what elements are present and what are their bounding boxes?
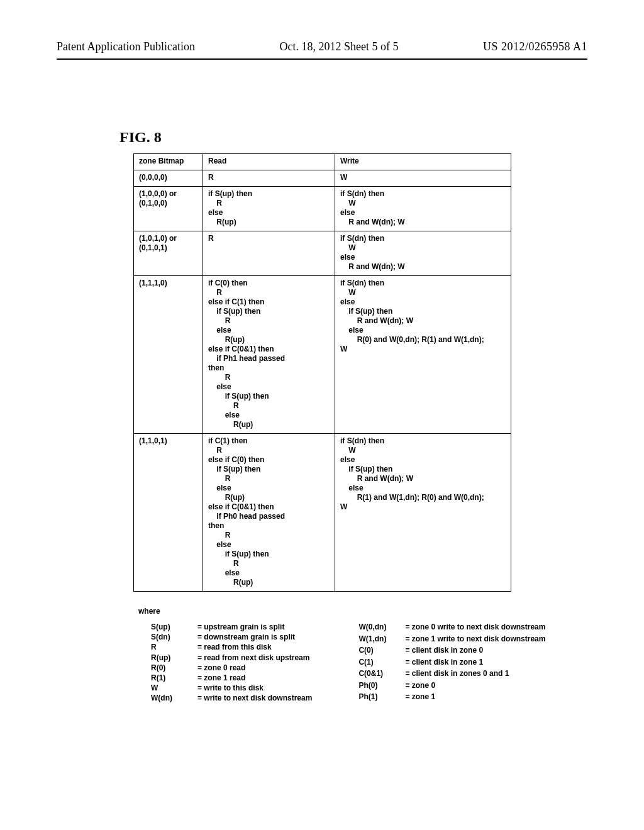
- cell-write: if S(dn) then W else if S(up) then R and…: [335, 434, 511, 592]
- legend-def: = client disk in zone 1: [405, 657, 554, 669]
- legend-row: Ph(0)= zone 0: [358, 680, 554, 692]
- legend-row: C(0)= client disk in zone 0: [358, 645, 554, 657]
- legend-sym: Ph(0): [358, 680, 405, 692]
- cell-write: W: [335, 170, 511, 187]
- legend-sym: W: [151, 683, 197, 693]
- header-left: Patent Application Publication: [57, 40, 195, 53]
- legend-row: R= read from this disk: [151, 642, 321, 652]
- legend-sym: R(1): [151, 673, 197, 683]
- cell-read: if C(0) then R else if C(1) then if S(up…: [203, 276, 335, 434]
- cell-write: if S(dn) then W else R and W(dn); W: [335, 187, 511, 231]
- table-header-row: zone Bitmap Read Write: [134, 154, 511, 170]
- legend-def: = zone 1 read: [197, 673, 321, 683]
- legend-row: W(dn)= write to next disk downstream: [151, 693, 321, 703]
- figure-label: FIG. 8: [119, 129, 587, 146]
- table-row: (1,0,1,0) or (0,1,0,1) R if S(dn) then W…: [134, 231, 511, 276]
- legend-row: W(1,dn)= zone 1 write to next disk downs…: [358, 634, 554, 646]
- cell-write: if S(dn) then W else R and W(dn); W: [335, 231, 511, 276]
- cell-write: if S(dn) then W else if S(up) then R and…: [335, 276, 511, 434]
- legend-sym: W(0,dn): [358, 622, 405, 634]
- header-right: US 2012/0265958 A1: [483, 40, 587, 53]
- legend-row: R(1)= zone 1 read: [151, 673, 321, 683]
- legend-row: C(0&1)= client disk in zones 0 and 1: [358, 668, 554, 680]
- legend-sym: W(dn): [151, 693, 197, 703]
- th-bitmap: zone Bitmap: [134, 154, 203, 170]
- header-rule: [57, 58, 587, 60]
- legend-sym: C(0): [358, 645, 405, 657]
- legend-sym: Ph(1): [358, 692, 405, 704]
- legend-def: = zone 1 write to next disk downstream: [405, 634, 554, 646]
- legend-row: Ph(1)= zone 1: [358, 692, 554, 704]
- legend-row: R(up)= read from next disk upstream: [151, 653, 321, 663]
- table-row: (1,1,0,1) if C(1) then R else if C(0) th…: [134, 434, 511, 592]
- legend-def: = write to this disk: [197, 683, 321, 693]
- legend-def: = write to next disk downstream: [197, 693, 321, 703]
- legend-left: S(up)= upstream grain is split S(dn)= do…: [151, 622, 321, 704]
- legend-sym: S(up): [151, 622, 197, 632]
- legend-sym: C(1): [358, 657, 405, 669]
- legend-sym: S(dn): [151, 632, 197, 642]
- legend-sym: W(1,dn): [358, 634, 405, 646]
- cell-read: if S(up) then R else R(up): [203, 187, 335, 231]
- cell-bitmap: (1,0,0,0) or (0,1,0,0): [134, 187, 203, 231]
- legend-def: = upstream grain is split: [197, 622, 321, 632]
- legend-row: W(0,dn)= zone 0 write to next disk downs…: [358, 622, 554, 634]
- cell-read: R: [203, 170, 335, 187]
- legend-def: = client disk in zones 0 and 1: [405, 668, 554, 680]
- cell-read: R: [203, 231, 335, 276]
- th-write: Write: [335, 154, 511, 170]
- legend-sym: C(0&1): [358, 668, 405, 680]
- table-row: (0,0,0,0) R W: [134, 170, 511, 187]
- legend-sym: R(0): [151, 663, 197, 673]
- cell-bitmap: (1,1,1,0): [134, 276, 203, 434]
- legend-sym: R(up): [151, 653, 197, 663]
- legend-row: S(up)= upstream grain is split: [151, 622, 321, 632]
- cell-bitmap: (0,0,0,0): [134, 170, 203, 187]
- legend-def: = zone 1: [405, 692, 554, 704]
- th-read: Read: [203, 154, 335, 170]
- legend-row: R(0)= zone 0 read: [151, 663, 321, 673]
- cell-bitmap: (1,0,1,0) or (0,1,0,1): [134, 231, 203, 276]
- page: Patent Application Publication Oct. 18, …: [0, 0, 644, 830]
- legend-def: = zone 0: [405, 680, 554, 692]
- legend-def: = client disk in zone 0: [405, 645, 554, 657]
- cell-read: if C(1) then R else if C(0) then if S(up…: [203, 434, 335, 592]
- legend-row: C(1)= client disk in zone 1: [358, 657, 554, 669]
- legend-sym: R: [151, 642, 197, 652]
- legend-def: = zone 0 read: [197, 663, 321, 673]
- where-label: where: [138, 607, 587, 616]
- table-row: (1,1,1,0) if C(0) then R else if C(1) th…: [134, 276, 511, 434]
- cell-bitmap: (1,1,0,1): [134, 434, 203, 592]
- page-header: Patent Application Publication Oct. 18, …: [57, 40, 587, 53]
- legend-def: = read from this disk: [197, 642, 321, 652]
- legend: S(up)= upstream grain is split S(dn)= do…: [151, 622, 587, 704]
- legend-def: = downstream grain is split: [197, 632, 321, 642]
- table-row: (1,0,0,0) or (0,1,0,0) if S(up) then R e…: [134, 187, 511, 231]
- legend-def: = zone 0 write to next disk downstream: [405, 622, 554, 634]
- legend-right: W(0,dn)= zone 0 write to next disk downs…: [358, 622, 554, 704]
- legend-row: W= write to this disk: [151, 683, 321, 693]
- header-mid: Oct. 18, 2012 Sheet 5 of 5: [279, 40, 398, 53]
- legend-row: S(dn)= downstream grain is split: [151, 632, 321, 642]
- legend-def: = read from next disk upstream: [197, 653, 321, 663]
- table-wrap: zone Bitmap Read Write (0,0,0,0) R W (1,…: [133, 153, 511, 592]
- zone-bitmap-table: zone Bitmap Read Write (0,0,0,0) R W (1,…: [133, 153, 511, 592]
